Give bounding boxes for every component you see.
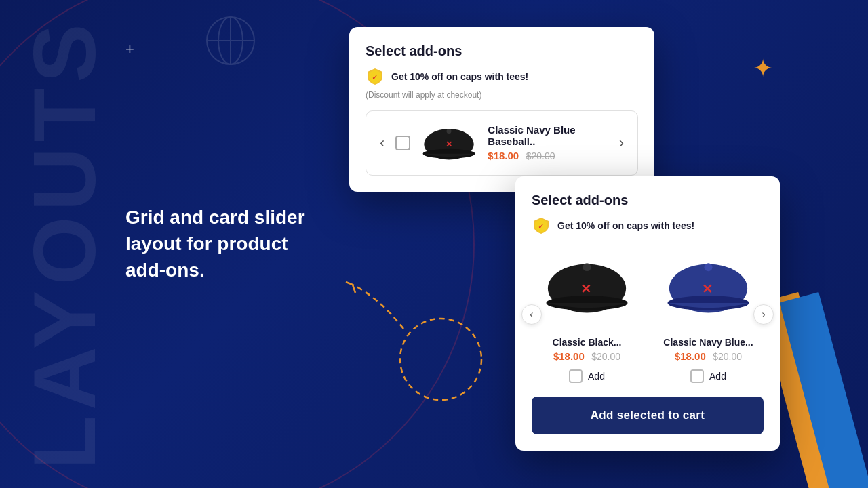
grid-product1-checkbox[interactable] bbox=[569, 369, 583, 383]
grid-product1-name: Classic Black... bbox=[532, 337, 642, 348]
slider-product-info: Classic Navy Blue Baseball.. $18.00 $20.… bbox=[488, 124, 608, 162]
slider-price-old: $20.00 bbox=[526, 150, 555, 161]
layouts-watermark: LAYOUTS bbox=[20, 18, 108, 469]
grid-product2-price-new: $18.00 bbox=[675, 350, 706, 362]
plus-icon: + bbox=[125, 42, 134, 57]
slider-cap-image: ✕ bbox=[418, 119, 479, 167]
star-icon: ✦ bbox=[753, 54, 773, 83]
grid-cap-black: ✕ bbox=[532, 246, 642, 327]
grid-product2-checkbox[interactable] bbox=[690, 369, 704, 383]
globe-icon bbox=[203, 14, 258, 68]
card2-discount-text: Get 10% off on caps with tees! bbox=[557, 220, 694, 231]
grid-product1-price-new: $18.00 bbox=[553, 350, 585, 362]
slider-next-button[interactable]: › bbox=[616, 133, 627, 153]
discount-banner: ✓ Get 10% off on caps with tees! bbox=[366, 67, 638, 86]
grid-product-2: ✕ Classic Navy Blue... $18.00 $20.00 Add bbox=[653, 246, 764, 383]
description-text: Grid and card slider layout for product … bbox=[125, 204, 329, 284]
card-slider: Select add-ons ✓ Get 10% off on caps wit… bbox=[349, 27, 654, 192]
grid-product1-prices: $18.00 $20.00 bbox=[532, 350, 642, 363]
grid-product1-add-label: Add bbox=[588, 371, 605, 382]
slider-prev-button[interactable]: ‹ bbox=[377, 133, 387, 153]
grid-product2-prices: $18.00 $20.00 bbox=[653, 350, 764, 363]
grid-product1-add-row: Add bbox=[532, 369, 642, 383]
svg-point-13 bbox=[583, 263, 591, 271]
grid-product2-price-old: $20.00 bbox=[713, 351, 742, 362]
grid-prev-button[interactable]: ‹ bbox=[521, 304, 542, 325]
svg-point-8 bbox=[447, 129, 452, 134]
svg-text:✕: ✕ bbox=[702, 282, 713, 296]
card2-shield-icon: ✓ bbox=[532, 216, 551, 235]
svg-point-17 bbox=[705, 263, 713, 271]
decorative-stripes bbox=[773, 285, 868, 488]
grid-product2-add-row: Add bbox=[653, 369, 764, 383]
discount-subtext: (Discount will apply at checkout) bbox=[366, 90, 638, 100]
slider-checkbox[interactable] bbox=[395, 136, 410, 150]
card2-title: Select add-ons bbox=[532, 192, 764, 208]
svg-text:✕: ✕ bbox=[446, 140, 452, 149]
grid-products-wrapper: ‹ ✕ Classic Black... $18.00 $20.00 bbox=[532, 246, 764, 383]
svg-text:✓: ✓ bbox=[538, 222, 545, 231]
discount-text: Get 10% off on caps with tees! bbox=[391, 71, 528, 82]
svg-text:✓: ✓ bbox=[372, 73, 378, 82]
grid-product-1: ✕ Classic Black... $18.00 $20.00 Add bbox=[532, 246, 642, 383]
svg-text:✕: ✕ bbox=[580, 282, 591, 296]
slider-product-name: Classic Navy Blue Baseball.. bbox=[488, 124, 608, 147]
grid-cap-navy: ✕ bbox=[653, 246, 764, 327]
grid-product2-add-label: Add bbox=[709, 371, 726, 382]
grid-products: ✕ Classic Black... $18.00 $20.00 Add bbox=[532, 246, 764, 383]
grid-product2-name: Classic Navy Blue... bbox=[653, 337, 764, 348]
card-grid: Select add-ons ✓ Get 10% off on caps wit… bbox=[515, 176, 780, 451]
add-to-cart-button[interactable]: Add selected to cart bbox=[532, 396, 764, 434]
shield-icon: ✓ bbox=[366, 67, 384, 86]
grid-product1-price-old: $20.00 bbox=[591, 351, 620, 362]
grid-next-button[interactable]: › bbox=[753, 304, 774, 325]
card1-title: Select add-ons bbox=[366, 43, 638, 59]
slider-price-new: $18.00 bbox=[488, 150, 519, 161]
slider-product-row: ‹ ✕ Classic Navy Blue Baseball.. $18.00 … bbox=[366, 110, 638, 176]
card2-discount-banner: ✓ Get 10% off on caps with tees! bbox=[532, 216, 764, 235]
